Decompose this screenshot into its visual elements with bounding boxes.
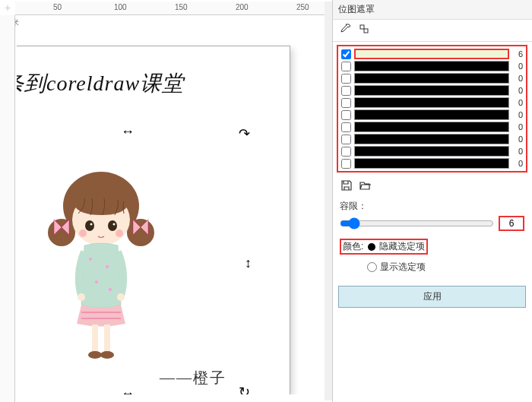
svg-rect-16: [92, 324, 98, 352]
mask-color-row[interactable]: 0: [340, 121, 524, 133]
panel-header: 位图遮罩: [332, 0, 532, 20]
ruler-tick-label: 50: [53, 3, 62, 11]
mask-color-swatch[interactable]: [354, 97, 509, 108]
mask-color-row[interactable]: 0: [340, 109, 524, 121]
page-title: 条到coreldraw课堂: [17, 69, 274, 98]
mask-color-row[interactable]: 6: [340, 48, 524, 60]
svg-point-2: [127, 219, 154, 246]
svg-point-8: [79, 229, 87, 237]
svg-point-6: [90, 223, 93, 226]
color-dot-icon: [368, 243, 375, 251]
svg-point-12: [95, 280, 98, 283]
svg-point-19: [100, 351, 114, 359]
rotate-handle-tr-icon[interactable]: ↷: [239, 125, 250, 142]
mask-color-checkbox[interactable]: [341, 147, 351, 157]
svg-point-15: [117, 293, 125, 301]
scrollbar-vertical[interactable]: [325, 2, 332, 400]
signature-text: ——橙子: [160, 368, 226, 388]
mask-color-swatch[interactable]: [354, 158, 509, 169]
mask-color-checkbox[interactable]: [341, 110, 351, 120]
rotate-handle-br-icon[interactable]: ↻: [239, 384, 250, 394]
mask-color-swatch[interactable]: [354, 109, 509, 120]
mask-color-value: 0: [512, 110, 523, 119]
edit-color-icon[interactable]: [358, 23, 372, 36]
mask-color-value: 6: [512, 49, 523, 59]
mask-color-row[interactable]: 0: [340, 133, 524, 145]
svg-point-13: [109, 288, 112, 291]
panel-title: 位图遮罩: [338, 4, 375, 14]
mask-color-swatch[interactable]: [354, 122, 509, 132]
eyedropper-tool-icon[interactable]: [338, 23, 352, 36]
mask-color-value: 0: [512, 86, 523, 95]
mask-color-value: 0: [512, 62, 523, 71]
mask-color-swatch[interactable]: [354, 146, 509, 157]
skew-handle-right-icon[interactable]: ↕: [245, 255, 252, 271]
svg-point-4: [85, 220, 94, 231]
svg-point-11: [106, 265, 109, 268]
mask-color-checkbox[interactable]: [341, 98, 351, 108]
show-selection-radio[interactable]: [367, 262, 377, 272]
panel-divider[interactable]: [332, 0, 333, 402]
svg-rect-17: [104, 324, 110, 352]
svg-point-5: [108, 220, 117, 231]
mask-color-value: 0: [512, 135, 523, 144]
tolerance-input[interactable]: [499, 216, 524, 231]
ruler-tick-label: 250: [296, 3, 309, 11]
canvas-viewport[interactable]: 条到coreldraw课堂 ↶ ↷ ↺ ↻ ↔ ↔ ↕ ↕: [17, 30, 325, 394]
svg-point-7: [113, 223, 116, 226]
selection-box[interactable]: ↶ ↷ ↺ ↻ ↔ ↔ ↕ ↕: [17, 130, 245, 394]
save-mask-icon[interactable]: [340, 179, 353, 192]
ruler-tick-label: 200: [236, 3, 249, 11]
tolerance-slider[interactable]: [340, 217, 494, 229]
ruler-tick-label: 150: [175, 3, 188, 11]
svg-rect-20: [360, 25, 364, 29]
ruler-horizontal[interactable]: 50 100 150 200 250: [15, 2, 332, 15]
ruler-origin-icon[interactable]: +: [2, 2, 14, 14]
mask-color-value: 0: [512, 98, 523, 107]
color-options-label: 颜色: 隐藏选定项: [340, 239, 428, 255]
mask-color-checkbox[interactable]: [341, 49, 351, 59]
svg-point-14: [78, 293, 85, 301]
mask-color-checkbox[interactable]: [341, 74, 351, 84]
mask-color-row[interactable]: 0: [340, 145, 524, 157]
svg-point-9: [116, 229, 123, 237]
mask-color-swatch[interactable]: [354, 49, 509, 59]
mask-color-value: 0: [512, 74, 523, 83]
show-selection-label: 显示选定项: [380, 261, 426, 274]
ruler-vertical[interactable]: [0, 15, 15, 402]
mask-color-row[interactable]: 0: [340, 84, 524, 97]
svg-point-18: [88, 351, 102, 359]
mask-color-checkbox[interactable]: [341, 122, 351, 132]
mask-color-checkbox[interactable]: [341, 135, 351, 144]
mask-color-value: 0: [512, 159, 523, 168]
mask-color-list: 6000000000: [337, 45, 527, 173]
svg-point-1: [48, 219, 75, 246]
svg-point-10: [89, 258, 92, 261]
mask-color-value: 0: [512, 147, 523, 156]
skew-handle-top-icon[interactable]: ↔: [121, 124, 135, 140]
tolerance-label: 容限：: [340, 200, 524, 213]
ruler-tick-label: 100: [114, 3, 127, 11]
open-mask-icon[interactable]: [358, 179, 372, 192]
bitmap-image[interactable]: [48, 160, 154, 366]
svg-rect-21: [364, 29, 368, 33]
mask-color-row[interactable]: 0: [340, 72, 524, 84]
mask-color-checkbox[interactable]: [341, 62, 351, 71]
skew-handle-bottom-icon[interactable]: ↔: [121, 386, 135, 394]
mask-color-row[interactable]: 0: [340, 97, 524, 109]
mask-color-swatch[interactable]: [354, 61, 509, 71]
mask-color-row[interactable]: 0: [340, 60, 524, 72]
mask-color-row[interactable]: 0: [340, 157, 524, 169]
mask-color-swatch[interactable]: [354, 134, 509, 144]
mask-color-checkbox[interactable]: [341, 159, 351, 169]
document-page: 条到coreldraw课堂 ↶ ↷ ↺ ↻ ↔ ↔ ↕ ↕: [17, 46, 290, 394]
mask-color-swatch[interactable]: [354, 85, 509, 96]
mask-color-value: 0: [512, 122, 523, 131]
canvas-area: + 50 100 150 200 250 毫米 条到coreldraw课堂 ↶ …: [0, 0, 332, 402]
mask-color-swatch[interactable]: [354, 73, 509, 84]
bitmap-mask-panel: 位图遮罩 6000000000 容限：: [332, 0, 532, 402]
mask-color-checkbox[interactable]: [341, 86, 351, 96]
apply-button[interactable]: 应用: [338, 286, 526, 308]
